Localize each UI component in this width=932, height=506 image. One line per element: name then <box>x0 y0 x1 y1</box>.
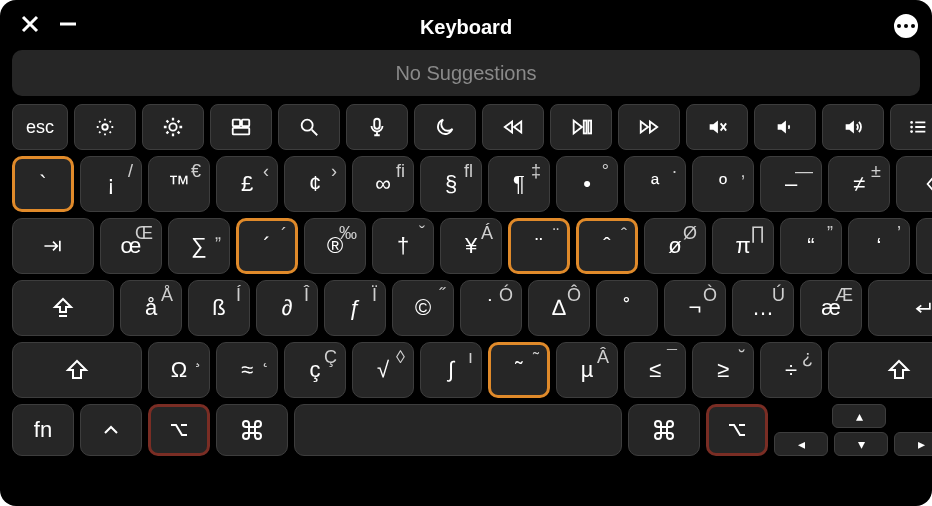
shift-right-key[interactable] <box>828 342 932 398</box>
slash-key[interactable]: ¿÷ <box>760 342 822 398</box>
grave-key[interactable]: ` <box>12 156 74 212</box>
9-key[interactable]: ·ª <box>624 156 686 212</box>
v-key-secondary: ◊ <box>396 347 405 368</box>
1-key-secondary: / <box>128 161 133 182</box>
y-key-secondary: Á <box>481 223 493 244</box>
w-key[interactable]: „∑ <box>168 218 230 274</box>
delete-key[interactable] <box>896 156 932 212</box>
suggestion-bar[interactable]: No Suggestions <box>12 50 920 96</box>
6-key[interactable]: ﬂ§ <box>420 156 482 212</box>
rewind-key[interactable] <box>482 104 544 150</box>
volume-up-key[interactable] <box>822 104 884 150</box>
svg-rect-3 <box>242 120 249 126</box>
return-key[interactable] <box>868 280 932 336</box>
o-key[interactable]: Øø <box>644 218 706 274</box>
b-key[interactable]: ı∫ <box>420 342 482 398</box>
3-key[interactable]: ‹£ <box>216 156 278 212</box>
l-key[interactable]: Ò¬ <box>664 280 726 336</box>
4-key-primary: ¢ <box>309 171 321 197</box>
f-key[interactable]: Ïƒ <box>324 280 386 336</box>
t-key[interactable]: ˇ† <box>372 218 434 274</box>
option-left-key[interactable] <box>148 404 210 456</box>
arrow-down-key[interactable]: ▾ <box>834 432 888 456</box>
i-key[interactable]: ˆˆ <box>576 218 638 274</box>
minimize-button[interactable] <box>56 12 80 36</box>
n-key[interactable]: ˜˜ <box>488 342 550 398</box>
comma-key[interactable]: ¯≤ <box>624 342 686 398</box>
command-icon <box>240 418 264 442</box>
equals-key-secondary: ± <box>871 161 881 182</box>
command-right-key[interactable] <box>628 404 700 456</box>
z-key[interactable]: ¸Ω <box>148 342 210 398</box>
e-key[interactable]: ´´ <box>236 218 298 274</box>
p-key[interactable]: ∏π <box>712 218 774 274</box>
c-key[interactable]: Çç <box>284 342 346 398</box>
1-key[interactable]: /¡ <box>80 156 142 212</box>
control-key[interactable] <box>80 404 142 456</box>
2-key[interactable]: €™ <box>148 156 210 212</box>
equals-key[interactable]: ±≠ <box>828 156 890 212</box>
quote-key[interactable]: Ææ <box>800 280 862 336</box>
option-icon <box>167 418 191 442</box>
q-key[interactable]: Œœ <box>100 218 162 274</box>
caps-key[interactable] <box>12 280 114 336</box>
arrow-left-key[interactable]: ◂ <box>774 432 828 456</box>
list-key[interactable] <box>890 104 932 150</box>
v-key-primary: √ <box>377 357 389 383</box>
minus-key-secondary: — <box>795 161 813 182</box>
fn-key[interactable]: fn <box>12 404 74 456</box>
r-key[interactable]: ‰® <box>304 218 366 274</box>
brightness-high-icon <box>162 116 184 138</box>
dictation-key[interactable] <box>346 104 408 150</box>
esc-key[interactable]: esc <box>12 104 68 150</box>
s-key[interactable]: Íß <box>188 280 250 336</box>
a-key[interactable]: Åå <box>120 280 182 336</box>
e-key-primary: ´ <box>263 233 270 259</box>
u-key[interactable]: ¨¨ <box>508 218 570 274</box>
y-key[interactable]: Á¥ <box>440 218 502 274</box>
8-key[interactable]: °• <box>556 156 618 212</box>
option-right-key[interactable] <box>706 404 768 456</box>
tab-key[interactable] <box>12 218 94 274</box>
period-key[interactable]: ˘≥ <box>692 342 754 398</box>
7-key[interactable]: ‡¶ <box>488 156 550 212</box>
more-icon <box>897 24 915 28</box>
arrow-right-key[interactable]: ▸ <box>894 432 932 456</box>
x-key[interactable]: ˛≈ <box>216 342 278 398</box>
mute-key[interactable] <box>686 104 748 150</box>
minus-key[interactable]: —– <box>760 156 822 212</box>
semicolon-key[interactable]: Ú… <box>732 280 794 336</box>
4-key[interactable]: ›¢ <box>284 156 346 212</box>
rbracket-key[interactable]: ’‘ <box>848 218 910 274</box>
brightness-up-key[interactable] <box>142 104 204 150</box>
command-left-key[interactable] <box>216 404 288 456</box>
arrow-up-key[interactable]: ▴ <box>832 404 886 428</box>
lbracket-key[interactable]: ”“ <box>780 218 842 274</box>
6-key-secondary: ﬂ <box>464 161 473 182</box>
v-key[interactable]: ◊√ <box>352 342 414 398</box>
space-key[interactable] <box>294 404 622 456</box>
forward-key[interactable] <box>618 104 680 150</box>
volume-down-key[interactable] <box>754 104 816 150</box>
more-button[interactable] <box>892 12 920 40</box>
backslash-key[interactable]: »« <box>916 218 932 274</box>
f-key-secondary: Ï <box>372 285 377 306</box>
arrow-right-icon: ▸ <box>918 436 925 452</box>
close-button[interactable] <box>18 12 42 36</box>
k-key[interactable]: ˚ <box>596 280 658 336</box>
shift-left-key[interactable] <box>12 342 142 398</box>
5-key[interactable]: ﬁ∞ <box>352 156 414 212</box>
spotlight-key[interactable] <box>278 104 340 150</box>
mic-icon <box>366 116 388 138</box>
brightness-down-key[interactable] <box>74 104 136 150</box>
d-key[interactable]: Î∂ <box>256 280 318 336</box>
mission-control-key[interactable] <box>210 104 272 150</box>
0-key[interactable]: ‚º <box>692 156 754 212</box>
h-key[interactable]: Ó˙ <box>460 280 522 336</box>
j-key[interactable]: Ô∆ <box>528 280 590 336</box>
m-key[interactable]: Âµ <box>556 342 618 398</box>
play-pause-key[interactable] <box>550 104 612 150</box>
g-key[interactable]: ˝© <box>392 280 454 336</box>
dnd-key[interactable] <box>414 104 476 150</box>
comma-key-secondary: ¯ <box>667 347 677 368</box>
